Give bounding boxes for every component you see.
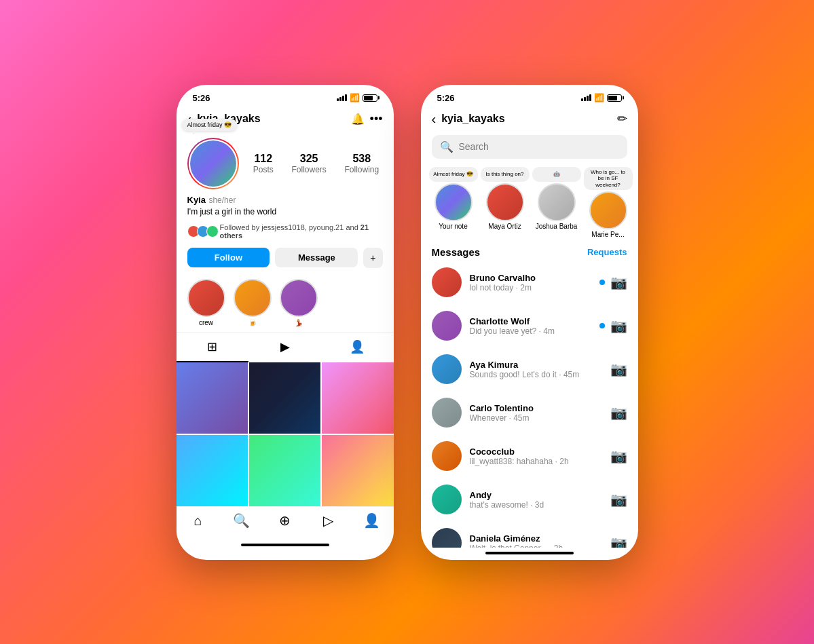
message-item-cococclub[interactable]: Cococclub lil_wyatt838: hahahaha · 2h 📷 <box>421 434 638 478</box>
status-icons-messages: 📶 <box>581 93 622 102</box>
camera-icon-charlotte[interactable]: 📷 <box>610 318 627 334</box>
msg-info-carlo: Carlo Tolentino Whenever · 45m <box>470 403 602 423</box>
msg-name-andy: Andy <box>470 490 602 500</box>
search-input[interactable] <box>459 141 619 152</box>
story-marie[interactable]: Who is go... to be in SF weekend? Marie … <box>584 167 633 239</box>
photo-2[interactable] <box>249 362 320 434</box>
camera-icon-bruno[interactable]: 📷 <box>610 274 627 290</box>
msg-name-carlo: Carlo Tolentino <box>470 403 602 413</box>
camera-icon-aya[interactable]: 📷 <box>610 361 627 377</box>
profile-phone: 5:26 📶 ‹ kyia_kayaks 🔔 ••• Almost friday… <box>177 85 394 560</box>
photo-3[interactable] <box>322 362 393 434</box>
home-indicator-profile <box>241 544 329 546</box>
avatar[interactable] <box>189 139 238 188</box>
message-item-andy[interactable]: Andy that's awesome! · 3d 📷 <box>421 478 638 521</box>
story-maya[interactable]: Is this thing on? Maya Ortiz <box>481 167 530 239</box>
story-your-note[interactable]: Almost friday 😎 Your note <box>429 167 478 239</box>
your-note-name: Your note <box>429 223 478 230</box>
msg-preview-bruno: lol not today · 2m <box>470 283 591 292</box>
marie-avatar-wrap <box>589 191 627 229</box>
highlight-2[interactable]: 🍺 <box>234 279 272 326</box>
notification-icon[interactable]: 🔔 <box>351 113 365 126</box>
battery-icon <box>363 94 377 102</box>
maya-note-bubble: Is this thing on? <box>481 167 530 182</box>
bio-text: I'm just a girl in the world <box>187 207 383 216</box>
wifi-icon-msg: 📶 <box>594 93 604 102</box>
message-item-daniela[interactable]: Daniela Giménez Wait, is that Connor... … <box>421 521 638 547</box>
content-tab-bar: ⊞ ▶ 👤 <box>177 332 394 362</box>
photo-4[interactable] <box>177 435 248 506</box>
follower-avatar-3 <box>206 225 219 238</box>
message-list: Bruno Carvalho lol not today · 2m 📷 Char… <box>421 261 638 547</box>
highlight-crew[interactable]: crew <box>187 279 225 326</box>
msg-preview-charlotte: Did you leave yet? · 4m <box>470 326 591 336</box>
nav-profile[interactable]: 👤 <box>350 512 394 529</box>
msg-info-andy: Andy that's awesome! · 3d <box>470 490 602 510</box>
your-note-bubble: Almost friday 😎 <box>429 167 478 182</box>
following-stat[interactable]: 538 Following <box>344 153 379 174</box>
time-profile: 5:26 <box>193 93 210 103</box>
nav-search[interactable]: 🔍 <box>220 512 263 529</box>
messages-phone: 5:26 📶 ‹ kyia_kayaks ✏ 🔍 Almost friday <box>421 85 638 560</box>
edit-icon[interactable]: ✏ <box>617 111 627 126</box>
following-count: 538 <box>344 153 379 165</box>
story-joshua[interactable]: 🤖 Joshua Barba <box>532 167 581 239</box>
tab-tagged[interactable]: 👤 <box>321 333 394 362</box>
stories-row: Almost friday 😎 Your note Is this thing … <box>421 164 638 244</box>
camera-icon-cococclub[interactable]: 📷 <box>610 448 627 464</box>
marie-name: Marie Pe... <box>584 231 633 238</box>
joshua-name: Joshua Barba <box>532 223 581 230</box>
message-item-charlotte[interactable]: Charlotte Wolf Did you leave yet? · 4m 📷 <box>421 304 638 347</box>
following-label: Following <box>344 165 379 174</box>
photo-5[interactable] <box>249 435 320 506</box>
joshua-avatar-wrap <box>538 183 576 221</box>
followers-stat[interactable]: 325 Followers <box>291 153 326 174</box>
search-bar[interactable]: 🔍 <box>432 135 627 159</box>
follow-button[interactable]: Follow <box>187 248 270 267</box>
photo-1[interactable] <box>177 362 248 434</box>
msg-info-daniela: Daniela Giménez Wait, is that Connor... … <box>470 533 602 548</box>
photo-6[interactable] <box>322 435 393 506</box>
photo-grid <box>177 362 394 507</box>
more-options-icon[interactable]: ••• <box>370 112 383 126</box>
status-icons-profile: 📶 <box>337 93 377 102</box>
marie-note-bubble: Who is go... to be in SF weekend? <box>584 167 633 191</box>
camera-icon-carlo[interactable]: 📷 <box>610 404 627 421</box>
posts-count: 112 <box>253 153 274 165</box>
nav-add[interactable]: ⊕ <box>263 512 307 529</box>
stats-group: 112 Posts 325 Followers 538 Following <box>250 153 383 174</box>
msg-name-charlotte: Charlotte Wolf <box>470 316 591 326</box>
msg-info-bruno: Bruno Carvalho lol not today · 2m <box>470 273 591 292</box>
requests-link[interactable]: Requests <box>587 247 627 257</box>
marie-avatar <box>589 191 627 229</box>
msg-preview-cococclub: lil_wyatt838: hahahaha · 2h <box>470 457 602 466</box>
maya-name: Maya Ortiz <box>481 223 530 230</box>
wifi-icon: 📶 <box>350 93 360 102</box>
nav-home[interactable]: ⌂ <box>177 512 220 529</box>
home-indicator-messages <box>485 552 574 554</box>
status-bar-messages: 5:26 📶 <box>421 85 638 106</box>
highlight-3[interactable]: 💃🏼 <box>280 279 318 326</box>
message-item-aya[interactable]: Aya Kimura Sounds good! Let's do it · 45… <box>421 347 638 391</box>
msg-name-cococclub: Cococclub <box>470 447 602 457</box>
time-messages: 5:26 <box>437 93 455 103</box>
message-button[interactable]: Message <box>275 248 358 267</box>
back-button-msg[interactable]: ‹ <box>432 111 437 127</box>
camera-icon-andy[interactable]: 📷 <box>610 491 627 508</box>
nav-reels[interactable]: ▷ <box>307 512 350 529</box>
message-item-carlo[interactable]: Carlo Tolentino Whenever · 45m 📷 <box>421 391 638 434</box>
tab-grid[interactable]: ⊞ <box>177 333 249 362</box>
signal-icon <box>337 94 347 101</box>
tab-reels[interactable]: ▶ <box>248 333 321 362</box>
msg-info-aya: Aya Kimura Sounds good! Let's do it · 45… <box>470 360 602 379</box>
avatar-aya <box>432 354 462 384</box>
msg-actions-aya: 📷 <box>610 361 627 377</box>
camera-icon-daniela[interactable]: 📷 <box>610 535 627 547</box>
posts-stat[interactable]: 112 Posts <box>253 153 274 174</box>
add-friend-button[interactable]: + <box>363 248 382 268</box>
msg-actions-andy: 📷 <box>610 491 627 508</box>
unread-dot-charlotte <box>599 323 605 328</box>
messages-section-header: Messages Requests <box>421 244 638 261</box>
bio-name: Kyia <box>187 195 206 205</box>
message-item-bruno[interactable]: Bruno Carvalho lol not today · 2m 📷 <box>421 261 638 304</box>
